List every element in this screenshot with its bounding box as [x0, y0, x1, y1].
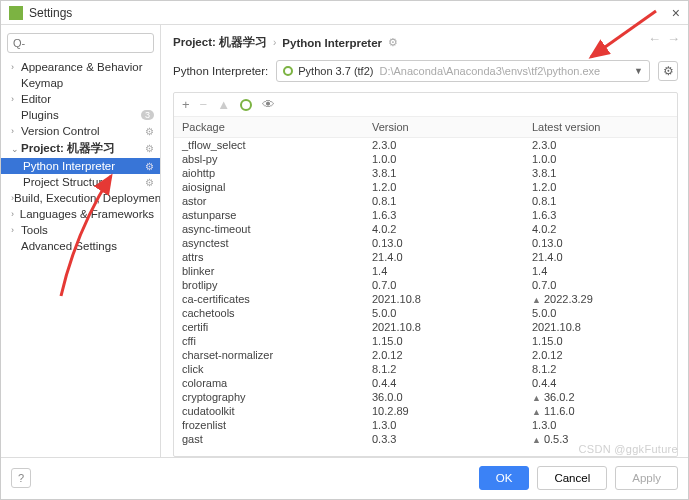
ok-button[interactable]: OK: [479, 466, 530, 490]
pkg-name: async-timeout: [182, 223, 372, 235]
help-button[interactable]: ?: [11, 468, 31, 488]
chevron-icon: ⌄: [11, 144, 21, 154]
pkg-version: 21.4.0: [372, 251, 532, 263]
table-row[interactable]: charset-normalizer2.0.122.0.12: [174, 348, 677, 362]
table-row[interactable]: _tflow_select2.3.02.3.0: [174, 138, 677, 152]
table-row[interactable]: astor0.8.10.8.1: [174, 194, 677, 208]
pkg-latest: 0.13.0: [532, 237, 669, 249]
pkg-version: 36.0.0: [372, 391, 532, 403]
table-row[interactable]: brotlipy0.7.00.7.0: [174, 278, 677, 292]
conda-icon[interactable]: [240, 99, 252, 111]
pkg-version: 4.0.2: [372, 223, 532, 235]
nav-arrows: ← →: [648, 31, 680, 46]
tree-item[interactable]: ›Build, Execution, Deployment: [1, 190, 160, 206]
table-row[interactable]: cffi1.15.01.15.0: [174, 334, 677, 348]
col-package[interactable]: Package: [182, 121, 372, 133]
show-paths-button[interactable]: 👁: [262, 97, 275, 112]
table-row[interactable]: async-timeout4.0.24.0.2: [174, 222, 677, 236]
breadcrumb: Project: 机器学习 › Python Interpreter ⚙: [173, 33, 678, 60]
table-row[interactable]: click8.1.28.1.2: [174, 362, 677, 376]
pkg-version: 1.2.0: [372, 181, 532, 193]
pkg-latest: 21.4.0: [532, 251, 669, 263]
table-row[interactable]: cryptography36.0.0▲36.0.2: [174, 390, 677, 404]
tree-item[interactable]: Advanced Settings: [1, 238, 160, 254]
settings-content: ← → Project: 机器学习 › Python Interpreter ⚙…: [161, 25, 688, 457]
table-row[interactable]: asynctest0.13.00.13.0: [174, 236, 677, 250]
pkg-latest: 0.8.1: [532, 195, 669, 207]
tree-item[interactable]: ›Languages & Frameworks: [1, 206, 160, 222]
badge: 3: [141, 110, 154, 120]
apply-button[interactable]: Apply: [615, 466, 678, 490]
table-row[interactable]: colorama0.4.40.4.4: [174, 376, 677, 390]
chevron-icon: ›: [11, 209, 20, 219]
tree-item[interactable]: Plugins3: [1, 107, 160, 123]
python-ring-icon: [283, 66, 293, 76]
tree-label: Languages & Frameworks: [20, 208, 154, 220]
pkg-name: click: [182, 363, 372, 375]
upgrade-icon: ▲: [532, 407, 541, 417]
interpreter-dropdown[interactable]: Python 3.7 (tf2) D:\Anaconda\Anaconda3\e…: [276, 60, 650, 82]
pkg-name: cryptography: [182, 391, 372, 403]
pkg-latest: 5.0.0: [532, 307, 669, 319]
nav-forward-icon[interactable]: →: [667, 31, 680, 46]
upgrade-package-button[interactable]: ▲: [217, 97, 230, 112]
tree-subitem[interactable]: Python Interpreter⚙: [1, 158, 160, 174]
tree-label: Plugins: [21, 109, 137, 121]
tree-label: Advanced Settings: [21, 240, 154, 252]
pkg-latest: ▲2022.3.29: [532, 293, 669, 305]
table-row[interactable]: blinker1.41.4: [174, 264, 677, 278]
pkg-name: frozenlist: [182, 419, 372, 431]
table-row[interactable]: astunparse1.6.31.6.3: [174, 208, 677, 222]
pkg-name: aiosignal: [182, 181, 372, 193]
col-version[interactable]: Version: [372, 121, 532, 133]
pkg-version: 1.3.0: [372, 419, 532, 431]
tree-item[interactable]: ›Appearance & Behavior: [1, 59, 160, 75]
nav-back-icon[interactable]: ←: [648, 31, 661, 46]
tree-item[interactable]: Keymap: [1, 75, 160, 91]
tree-label: Keymap: [21, 77, 154, 89]
tree-item[interactable]: ⌄Project: 机器学习⚙: [1, 139, 160, 158]
add-package-button[interactable]: +: [182, 97, 190, 112]
table-row[interactable]: attrs21.4.021.4.0: [174, 250, 677, 264]
tree-label: Python Interpreter: [23, 160, 141, 172]
package-table-body[interactable]: _tflow_select2.3.02.3.0absl-py1.0.01.0.0…: [174, 138, 677, 456]
table-row[interactable]: certifi2021.10.82021.10.8: [174, 320, 677, 334]
remove-package-button[interactable]: −: [200, 97, 208, 112]
interpreter-path: D:\Anaconda\Anaconda3\envs\tf2\python.ex…: [379, 65, 630, 77]
pkg-version: 8.1.2: [372, 363, 532, 375]
cancel-button[interactable]: Cancel: [537, 466, 607, 490]
pkg-version: 0.4.4: [372, 377, 532, 389]
pkg-latest: 1.0.0: [532, 153, 669, 165]
pkg-version: 0.13.0: [372, 237, 532, 249]
table-row[interactable]: aiohttp3.8.13.8.1: [174, 166, 677, 180]
chevron-icon: ›: [11, 94, 21, 104]
close-icon[interactable]: ×: [672, 5, 680, 21]
tree-item[interactable]: ›Version Control⚙: [1, 123, 160, 139]
table-row[interactable]: cachetools5.0.05.0.0: [174, 306, 677, 320]
pkg-latest: 1.3.0: [532, 419, 669, 431]
table-row[interactable]: cudatoolkit10.2.89▲11.6.0: [174, 404, 677, 418]
search-input[interactable]: [7, 33, 154, 53]
gear-icon: ⚙: [145, 177, 154, 188]
tree-item[interactable]: ›Editor: [1, 91, 160, 107]
tree-label: Build, Execution, Deployment: [14, 192, 161, 204]
tree-item[interactable]: ›Tools: [1, 222, 160, 238]
pkg-name: asynctest: [182, 237, 372, 249]
pkg-version: 0.7.0: [372, 279, 532, 291]
pkg-latest: 1.2.0: [532, 181, 669, 193]
chevron-right-icon: ›: [273, 37, 276, 48]
table-row[interactable]: frozenlist1.3.01.3.0: [174, 418, 677, 432]
col-latest[interactable]: Latest version: [532, 121, 669, 133]
table-row[interactable]: aiosignal1.2.01.2.0: [174, 180, 677, 194]
table-row[interactable]: absl-py1.0.01.0.0: [174, 152, 677, 166]
pkg-name: certifi: [182, 321, 372, 333]
gear-icon: ⚙: [388, 36, 398, 49]
pkg-version: 0.3.3: [372, 433, 532, 445]
upgrade-icon: ▲: [532, 295, 541, 305]
chevron-down-icon: ▼: [634, 66, 643, 76]
table-row[interactable]: ca-certificates2021.10.8▲2022.3.29: [174, 292, 677, 306]
interpreter-label: Python Interpreter:: [173, 65, 268, 77]
pkg-version: 1.6.3: [372, 209, 532, 221]
tree-subitem[interactable]: Project Structure⚙: [1, 174, 160, 190]
interpreter-settings-button[interactable]: ⚙: [658, 61, 678, 81]
